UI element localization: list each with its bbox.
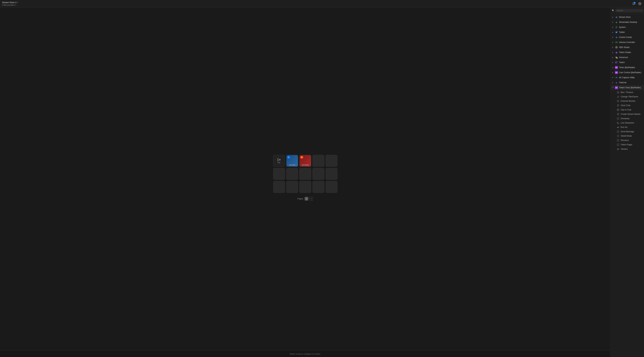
control-center-icon: ⊕ [615,36,618,39]
twitchat-icon: ◈ [615,81,618,84]
timer-label: Timer (BarRaider) [619,66,642,69]
cam-control-chevron: ▶ [612,72,614,73]
pages-label: Pages: [298,198,304,200]
key-cell-7[interactable] [300,168,311,180]
exit-key-content: Exit [278,158,281,163]
svg-rect-17 [617,139,619,141]
notification-button[interactable]: 4 [632,1,636,6]
subitem-ban-timeout[interactable]: Ban / Timeout [610,90,644,94]
voicemod-icon: 🎭 [615,56,618,59]
twitch-studio-chevron: ▶ [612,51,614,53]
plugin-twitch-tools-barraider[interactable]: ▶ BR Twitch Tools (BarRaider) [610,85,644,90]
key-cell-12[interactable] [300,181,311,193]
plugin-system[interactable]: ▶ ☰ System [610,25,644,30]
subitem-channel-monitor[interactable]: Channel Monitor [610,99,644,103]
main-content: Exit 4 QueueBit 966 GamesDB [0,7,644,357]
timer-chevron: ▶ [612,67,614,68]
key-cell-9[interactable] [326,168,337,180]
timer-icon: BR [615,66,618,69]
key-cell-6[interactable] [286,168,298,180]
subitem-clear-chat[interactable]: Clear Chat [610,103,644,108]
plugin-control-center[interactable]: ▶ ⊕ Control Center [610,35,644,40]
streamlabs-chevron: ▶ [612,21,614,23]
deck-title-group: Stream Deck 2 ▾ FullScreenAlert ▾ [2,1,18,6]
volume-label: Volume Controller [619,41,642,43]
exit-label: Exit [278,162,280,163]
key-cell-exit[interactable]: Exit [273,155,285,167]
key-cell-4[interactable] [326,155,337,167]
plugin-streamlabs-desktop[interactable]: ▶ ◈ Streamlabs Desktop [610,20,644,25]
subitem-shoutout[interactable]: Shoutout [610,138,644,142]
twitter-chevron: ▶ [612,31,614,33]
search-input[interactable] [616,9,643,12]
queuebit-badge: 4 [287,156,290,159]
plugin-stream-deck[interactable]: ▶ ⊞ Stream Deck [610,14,644,20]
subitem-giveaway[interactable]: Giveaway [610,116,644,121]
control-center-label: Control Center [619,36,642,38]
key-grid: Exit 4 QueueBit 966 GamesDB [273,155,337,193]
4k-capture-icon: 4K [615,76,618,79]
key-cell-13[interactable] [312,181,324,193]
twitch-label: Twitch [619,61,642,64]
key-cell-queuebit[interactable]: 4 QueueBit [286,155,298,167]
page-1-button[interactable]: 1 [304,197,308,201]
ban-timeout-icon [616,91,619,94]
twitter-icon [615,31,618,34]
key-cell-8[interactable] [312,168,324,180]
key-cell-10[interactable] [273,181,285,193]
plugin-4k-capture[interactable]: ▶ 4K 4K Capture Utility [610,75,644,80]
key-cell-gamesdb[interactable]: 966 GamesDB [300,155,311,167]
queuebit-thumb: 4 QueueBit [286,155,298,166]
search-bar: 🔍 ⋮⋮ [610,7,644,14]
plugin-twitter[interactable]: ▶ Twitter [610,30,644,35]
key-cell-14[interactable] [326,181,337,193]
add-page-button[interactable]: + [309,197,313,201]
gamesdb-badge: 966 [300,156,303,159]
top-bar: Stream Deck 2 ▾ FullScreenAlert ▾ 4 [0,0,644,7]
plugin-twitch[interactable]: ▶ Twitch [610,60,644,65]
giveaway-icon [616,117,619,120]
twitch-icon [615,61,618,64]
subitem-live-streamers[interactable]: Live Streamers Shows you which of the st… [610,121,644,125]
settings-button[interactable] [638,1,642,6]
subitem-clip-to-chat[interactable]: Clip to Chat [610,108,644,112]
plugin-twitchat[interactable]: ▶ ◈ Twitchat [610,80,644,85]
svg-point-3 [616,46,618,48]
shoutout-label: Shoutout [621,139,629,141]
subitem-viewers[interactable]: Viewers [610,147,644,151]
plugin-voicemod[interactable]: ▶ 🎭 Voicemod [610,55,644,60]
clear-chat-icon [616,104,619,107]
status-bar: Select a key to configure its action. [0,351,610,357]
giveaway-label: Giveaway [621,117,630,120]
twitch-studio-icon: ▣ [615,51,618,54]
subitem-twitch-pager[interactable]: Twitch Pager [610,142,644,147]
svg-line-6 [617,92,619,93]
plugin-volume-controller[interactable]: ▶ Volume Controller [610,40,644,45]
subitem-shield-mode[interactable]: Shield Mode [610,134,644,138]
volume-icon [615,41,618,44]
live-streamers-label: Live Streamers [621,122,634,124]
pages-bar: Pages: 1 + [298,196,313,203]
plugin-timer-barraider[interactable]: ▶ BR Timer (BarRaider) [610,65,644,70]
deck-name[interactable]: Stream Deck 2 ▾ [2,1,18,4]
live-streamers-icon [616,121,619,124]
plugin-obs-studio[interactable]: ▶ OBS Studio [610,45,644,50]
run-ad-icon: ad [616,126,619,129]
canvas-top: Exit 4 QueueBit 966 GamesDB [0,7,610,351]
profile-name-chevron: ▾ [15,4,16,6]
subitem-send-message[interactable]: Send Message [610,129,644,134]
subitem-create-stream-marker[interactable]: Create Stream Marker [610,112,644,116]
profile-name[interactable]: FullScreenAlert ▾ [2,4,18,6]
plugin-twitch-studio[interactable]: ▶ ▣ Twitch Studio [610,50,644,55]
svg-point-14 [618,114,618,114]
clear-chat-label: Clear Chat [621,104,630,107]
key-cell-11[interactable] [286,181,298,193]
subitem-run-ad[interactable]: ad Run Ad [610,125,644,129]
status-text: Select a key to configure its action. [290,353,321,355]
plugin-cam-control-barraider[interactable]: ▶ BR Cam Control (BarRaider) [610,70,644,75]
channel-monitor-icon [616,100,619,102]
system-chevron: ▶ [612,26,614,28]
subitem-change-title-game[interactable]: Change Title/Game [610,94,644,99]
key-cell-5[interactable] [273,168,285,180]
key-cell-3[interactable] [312,155,324,167]
